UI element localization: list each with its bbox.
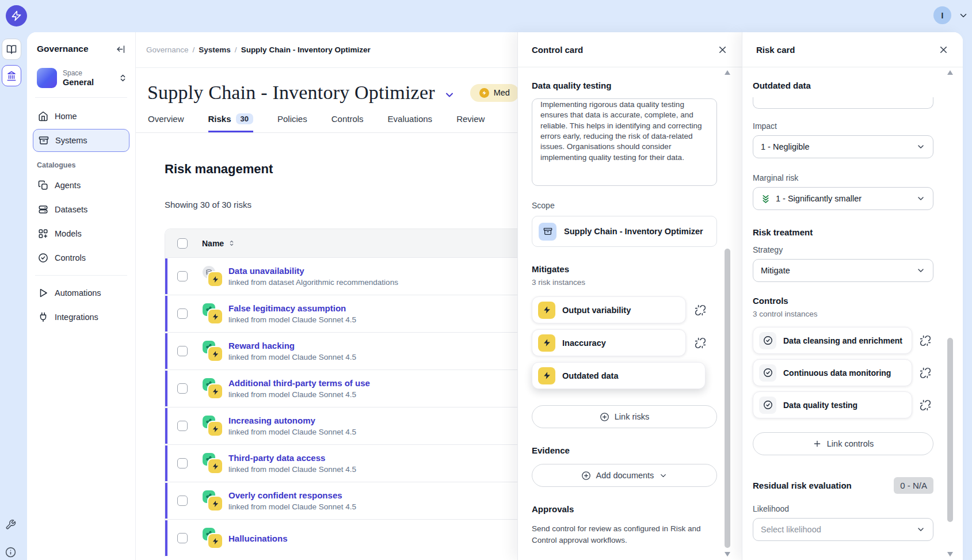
row-checkbox[interactable] bbox=[177, 271, 188, 281]
table-row[interactable]: Data unavailability linked from dataset … bbox=[165, 257, 542, 295]
space-selector[interactable]: Space General bbox=[27, 63, 135, 97]
control-description-textarea[interactable]: Implementing rigorous data quality testi… bbox=[532, 98, 717, 186]
chevron-down-icon bbox=[916, 194, 925, 203]
sidebar-item-controls[interactable]: Controls bbox=[33, 246, 129, 269]
impact-select[interactable]: 1 - Negligible bbox=[753, 135, 933, 158]
linked-control-card[interactable]: Continuous data monitoring bbox=[753, 359, 912, 386]
severity-badge[interactable]: Med bbox=[470, 84, 519, 102]
row-checkbox[interactable] bbox=[177, 346, 188, 356]
risk-link[interactable]: Hallucinations bbox=[228, 534, 288, 543]
collapse-sidebar-icon[interactable] bbox=[116, 44, 126, 54]
space-label: Space bbox=[63, 69, 113, 77]
strategy-label: Strategy bbox=[753, 245, 952, 254]
app-screen: I Governance bbox=[0, 0, 972, 560]
account-chevron-down-icon[interactable] bbox=[958, 10, 969, 21]
risk-link[interactable]: Reward hacking bbox=[228, 341, 356, 351]
risk-bolt-icon bbox=[538, 367, 555, 384]
select-all-checkbox[interactable] bbox=[177, 238, 188, 249]
sidebar-item-label: Home bbox=[55, 112, 77, 121]
tab-risks[interactable]: Risks 30 bbox=[208, 113, 254, 132]
strategy-select[interactable]: Mitigate bbox=[753, 259, 933, 282]
tab-review[interactable]: Review bbox=[456, 113, 485, 132]
tab-evaluations[interactable]: Evaluations bbox=[388, 113, 433, 132]
sidebar: Governance Space General bbox=[27, 32, 136, 560]
breadcrumb-item[interactable]: Governance bbox=[146, 45, 189, 54]
clipped-field[interactable] bbox=[753, 97, 933, 109]
row-checkbox[interactable] bbox=[177, 458, 188, 468]
row-checkbox[interactable] bbox=[177, 496, 188, 506]
table-row[interactable]: Reward hacking linked from model Claude … bbox=[165, 332, 542, 369]
linked-risk-card-selected[interactable]: Outdated data bbox=[532, 362, 706, 389]
risk-link[interactable]: Third-party data access bbox=[228, 453, 356, 463]
scroll-down-arrow[interactable] bbox=[947, 552, 953, 557]
app-logo[interactable] bbox=[6, 5, 27, 26]
marginal-risk-select[interactable]: 1 - Significantly smaller bbox=[753, 187, 933, 210]
breadcrumb-item[interactable]: Systems bbox=[199, 45, 231, 54]
system-box-icon bbox=[539, 223, 556, 241]
scrollbar-thumb[interactable] bbox=[947, 338, 953, 522]
unlink-icon[interactable] bbox=[920, 335, 931, 346]
sidebar-item-systems[interactable]: Systems bbox=[33, 129, 129, 152]
user-avatar[interactable]: I bbox=[933, 6, 951, 24]
sidebar-item-datasets[interactable]: Datasets bbox=[33, 198, 129, 221]
scrollbar-thumb[interactable] bbox=[725, 249, 730, 548]
sidebar-item-integrations[interactable]: Integrations bbox=[33, 306, 129, 329]
risk-linked-from: linked from dataset Algorithmic recommen… bbox=[228, 278, 398, 287]
risk-link[interactable]: Increasing autonomy bbox=[228, 416, 356, 425]
linked-control-card[interactable]: Data quality testing bbox=[753, 391, 912, 418]
tab-controls[interactable]: Controls bbox=[331, 113, 364, 132]
scroll-up-arrow[interactable] bbox=[725, 70, 730, 75]
close-icon[interactable] bbox=[717, 44, 728, 55]
title-chevron-down-icon[interactable] bbox=[444, 89, 455, 101]
likelihood-select[interactable]: Select likelihood bbox=[753, 518, 933, 541]
table-row[interactable]: Hallucinations bbox=[165, 519, 542, 557]
unlink-icon[interactable] bbox=[920, 399, 931, 411]
risk-name: Outdated data bbox=[753, 81, 952, 90]
scroll-up-arrow[interactable] bbox=[947, 70, 953, 75]
linked-risk-card[interactable]: Output variability bbox=[532, 296, 686, 323]
risk-link[interactable]: Data unavailability bbox=[228, 266, 398, 276]
sidebar-item-label: Datasets bbox=[55, 205, 87, 214]
unlink-icon[interactable] bbox=[695, 304, 706, 316]
sidebar-item-automations[interactable]: Automations bbox=[33, 281, 129, 304]
tab-overview[interactable]: Overview bbox=[148, 113, 184, 132]
name-column-header[interactable]: Name bbox=[202, 239, 224, 248]
scope-item[interactable]: Supply Chain - Inventory Optimizer bbox=[532, 216, 717, 247]
risk-link[interactable]: Overly confident responses bbox=[228, 490, 356, 500]
sidebar-item-home[interactable]: Home bbox=[33, 105, 129, 128]
tab-policies[interactable]: Policies bbox=[277, 113, 307, 132]
unlink-icon[interactable] bbox=[695, 337, 706, 349]
library-rail-button[interactable] bbox=[2, 39, 21, 60]
table-row[interactable]: Third-party data access linked from mode… bbox=[165, 444, 542, 482]
control-panel-scrollbar[interactable] bbox=[725, 70, 730, 557]
link-controls-button[interactable]: Link controls bbox=[753, 432, 933, 455]
table-row[interactable]: Increasing autonomy linked from model Cl… bbox=[165, 407, 542, 444]
info-icon[interactable] bbox=[5, 547, 16, 558]
linked-control-card[interactable]: Data cleansing and enrichment bbox=[753, 327, 912, 354]
scroll-down-arrow[interactable] bbox=[725, 552, 730, 557]
table-row[interactable]: Overly confident responses linked from m… bbox=[165, 482, 542, 519]
row-checkbox[interactable] bbox=[177, 533, 188, 543]
sidebar-item-models[interactable]: Models bbox=[33, 222, 129, 245]
sidebar-item-agents[interactable]: Agents bbox=[33, 174, 129, 197]
chevrons-up-down-icon bbox=[119, 74, 127, 82]
sort-icon[interactable] bbox=[228, 239, 235, 247]
row-checkbox[interactable] bbox=[177, 383, 188, 394]
marginal-risk-label: Marginal risk bbox=[753, 173, 952, 182]
close-icon[interactable] bbox=[938, 44, 949, 55]
risk-link[interactable]: False legitimacy assumption bbox=[228, 303, 356, 313]
unlink-icon[interactable] bbox=[920, 367, 931, 379]
row-checkbox[interactable] bbox=[177, 421, 188, 431]
tab-label: Overview bbox=[148, 114, 184, 124]
risk-panel-scrollbar[interactable] bbox=[947, 70, 953, 557]
governance-rail-button[interactable] bbox=[2, 65, 21, 86]
table-row[interactable]: False legitimacy assumption linked from … bbox=[165, 295, 542, 332]
risk-link[interactable]: Additional third-party terms of use bbox=[228, 378, 370, 388]
tools-icon[interactable] bbox=[5, 519, 16, 530]
table-row[interactable]: Additional third-party terms of use link… bbox=[165, 369, 542, 407]
add-documents-button[interactable]: Add documents bbox=[532, 464, 717, 487]
severity-bolt-icon bbox=[479, 88, 489, 98]
row-checkbox[interactable] bbox=[177, 308, 188, 319]
link-risks-button[interactable]: Link risks bbox=[532, 405, 717, 428]
linked-risk-card[interactable]: Inaccuracy bbox=[532, 329, 686, 356]
